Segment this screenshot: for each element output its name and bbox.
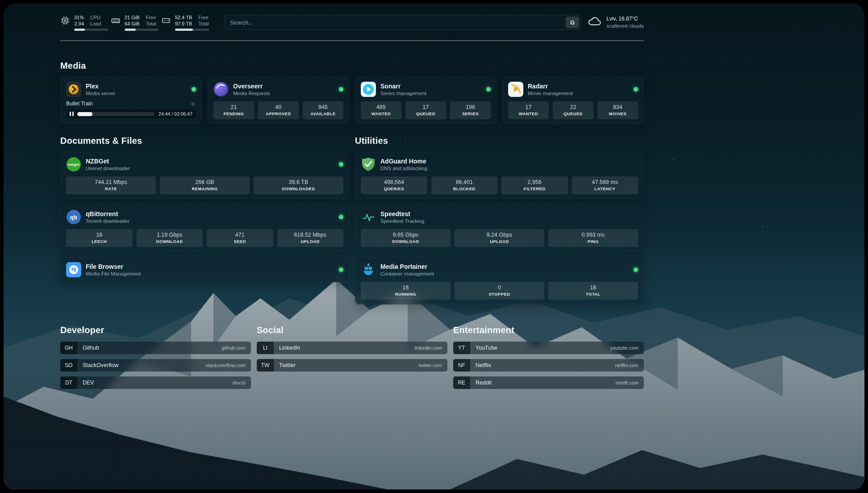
- bookmark-domain: github.com: [221, 345, 251, 351]
- status-dot: [634, 87, 638, 92]
- playback-time: 24:44 / 02:06:47: [159, 111, 192, 117]
- bookmark-github[interactable]: GH Github github.com: [60, 342, 251, 354]
- stat-queries: 498,564 QUERIES: [361, 176, 427, 194]
- service-name: Sonarr: [380, 83, 426, 90]
- playback-bar: 24:44 / 02:06:47: [66, 109, 196, 118]
- memory-widget: 21 GiB 64 GiB Free Total: [111, 14, 159, 31]
- search-bar: G: [224, 15, 581, 30]
- stat-running: 16 RUNNING: [361, 282, 451, 300]
- plex-icon: [66, 82, 81, 97]
- service-card-overseerr[interactable]: Overseerr Media Requests 21 PENDING 40 A…: [208, 77, 349, 124]
- service-name: AdGuard Home: [380, 158, 427, 165]
- bookmark-domain: netflix.com: [615, 363, 644, 368]
- sonarr-icon: [361, 82, 376, 97]
- service-card-portainer[interactable]: Media Portainer Container management 16 …: [355, 257, 644, 305]
- bookmark-dev[interactable]: DT DEV dev.to: [60, 376, 251, 389]
- service-name: Radarr: [528, 83, 573, 90]
- service-description: Usenet downloader: [86, 165, 130, 171]
- bookmark-domain: youtube.com: [610, 345, 644, 351]
- bookmark-twitter[interactable]: TW Twitter twitter.com: [257, 359, 447, 372]
- bookmark-name: StackOverflow: [77, 362, 119, 368]
- service-name: Plex: [86, 83, 115, 90]
- service-card-speedtest[interactable]: Speedtest Speedtest Tracking 9.65 Gbps D…: [355, 205, 644, 252]
- service-card-adguard[interactable]: AdGuard Home DNS and adblocking 498,564 …: [355, 152, 644, 199]
- cpu-icon: [60, 16, 70, 25]
- disk-free: 52.4 TB: [175, 14, 192, 21]
- qbittorrent-icon: qb: [66, 209, 81, 225]
- service-description: DNS and adblocking: [380, 165, 427, 171]
- stat-queued: 22 QUEUED: [553, 101, 593, 119]
- cpu-percent: 31%: [74, 14, 84, 21]
- stat-pending: 21 PENDING: [213, 101, 254, 119]
- radarr-icon: [508, 82, 523, 97]
- utilities-heading: Utilities: [355, 136, 644, 146]
- disk-icon: [161, 16, 171, 25]
- bookmark-youtube[interactable]: YT YouTube youtube.com: [453, 342, 644, 354]
- cloud-icon: [588, 15, 601, 30]
- status-dot: [192, 87, 196, 92]
- bookmark-abbr: SO: [60, 359, 77, 372]
- playback-progress-track[interactable]: [77, 112, 155, 116]
- bookmark-name: YouTube: [470, 345, 497, 351]
- dashboard-content: 31% 2.94 CPU Load: [60, 13, 644, 389]
- memory-progress-bar: [125, 29, 159, 31]
- bookmark-abbr: RE: [453, 376, 470, 389]
- documents-heading: Documents & Files: [60, 136, 349, 146]
- settings-gear-icon[interactable]: [190, 101, 196, 107]
- stat-downloaded: 39.6 TB DOWNLOADED: [254, 176, 343, 194]
- search-input[interactable]: [230, 19, 566, 26]
- service-description: Media Requests: [233, 90, 270, 96]
- bookmark-group-developer: Developer GH Github github.com SO StackO…: [60, 325, 251, 389]
- service-card-radarr[interactable]: Radarr Movie management 17 WANTED 22 QUE…: [502, 77, 644, 124]
- stat-available: 945 AVAILABLE: [303, 101, 343, 119]
- bookmark-name: Netflix: [470, 362, 491, 368]
- developer-heading: Developer: [60, 325, 251, 335]
- bookmark-reddit[interactable]: RE Reddit reddit.com: [453, 376, 644, 389]
- social-heading: Social: [257, 325, 447, 335]
- search-engine-button[interactable]: G: [566, 17, 579, 28]
- service-name: File Browser: [86, 263, 141, 271]
- status-dot: [339, 87, 343, 92]
- stat-approved: 40 APPROVED: [258, 101, 299, 119]
- stat-series: 196 SERIES: [450, 101, 491, 119]
- service-card-sonarr[interactable]: Sonarr Series management 485 WANTED 17 Q…: [355, 77, 497, 124]
- status-dot: [634, 267, 638, 272]
- service-card-nzbget[interactable]: nzbget NZBGet Usenet downloader 744.21 M…: [60, 152, 349, 199]
- bookmark-netflix[interactable]: NF Netflix netflix.com: [453, 359, 644, 372]
- bookmark-name: Github: [77, 345, 99, 351]
- section-utilities: Utilities AdGuard Home DNS and adblockin…: [355, 136, 644, 305]
- stat-remaining: 266 GB REMAINING: [160, 176, 250, 194]
- stat-rate: 744.21 Mbps RATE: [66, 176, 156, 194]
- bookmark-abbr: DT: [60, 376, 77, 389]
- stat-blocked: 86,401 BLOCKED: [431, 176, 498, 194]
- service-card-plex[interactable]: Plex Media server Bullet Train: [60, 77, 202, 124]
- pause-button[interactable]: [70, 112, 74, 116]
- bookmark-group-social: Social LI LinkedIn linkedin.com TW Twitt…: [257, 325, 447, 389]
- service-description: Media server: [86, 90, 115, 96]
- topbar-divider: [60, 40, 644, 41]
- stat-upload: 9.24 Gbps UPLOAD: [455, 229, 544, 247]
- service-description: Container management: [380, 271, 434, 277]
- weather-location: Lviv, 16.87°C: [606, 15, 644, 22]
- service-name: qBittorrent: [86, 210, 129, 218]
- memory-label-1: Free: [146, 14, 156, 21]
- service-card-filebrowser[interactable]: File Browser Media File Management: [60, 257, 349, 282]
- stat-seed: 471 SEED: [207, 229, 273, 247]
- bookmark-abbr: TW: [257, 359, 274, 372]
- bookmark-stackoverflow[interactable]: SO StackOverflow stackoverflow.com: [60, 359, 251, 372]
- service-description: Media File Management: [86, 271, 141, 277]
- app-window: 31% 2.94 CPU Load: [4, 4, 864, 489]
- cpu-load: 2.94: [74, 21, 84, 27]
- stat-movies: 834 MOVIES: [597, 101, 638, 119]
- service-name: Media Portainer: [380, 263, 434, 271]
- service-description: Series management: [380, 90, 426, 96]
- status-dot: [339, 162, 343, 167]
- service-name: Speedtest: [380, 210, 424, 218]
- service-card-qbittorrent[interactable]: qb qBittorrent Torrent downloader 16 LEE…: [60, 205, 349, 252]
- section-media: Media Plex Media server: [60, 61, 644, 124]
- bookmark-linkedin[interactable]: LI LinkedIn linkedin.com: [257, 342, 447, 354]
- now-playing-title: Bullet Train: [66, 100, 93, 107]
- stat-latency: 47.569 ms LATENCY: [572, 176, 638, 194]
- service-description: Speedtest Tracking: [380, 218, 424, 224]
- disk-label-2: Total: [198, 21, 209, 27]
